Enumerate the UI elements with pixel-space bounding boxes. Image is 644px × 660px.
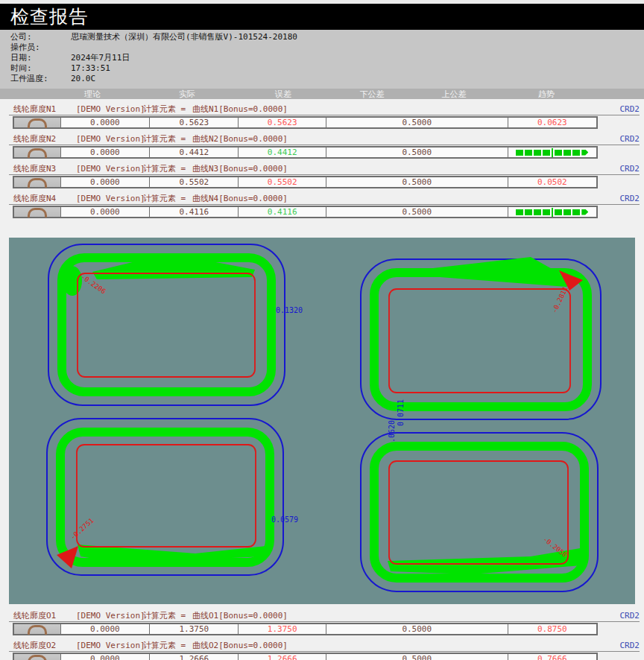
time-label: 时间: [0, 63, 71, 74]
measurement-block-n3: 线轮廓度N3 [DEMO Version] 计算元素 = 曲线N3[Bonus=… [0, 164, 644, 188]
tolerance-value: 0.5000 [326, 118, 508, 127]
measurement-value-row: 0.0000 0.5502 0.5502 0.5000 0.0502 [13, 176, 598, 188]
icon-cell [14, 147, 61, 157]
column-error: 误差 [275, 89, 291, 99]
trend-cell [508, 147, 596, 157]
demo-version-tag: [DEMO Version] [76, 134, 145, 144]
icon-cell [14, 177, 61, 187]
measurement-label-row: 线轮廓度N4 [DEMO Version] 计算元素 = 曲线N4[Bonus=… [9, 194, 640, 205]
trend-bar-graph [516, 148, 588, 157]
line-profile-icon [28, 118, 47, 128]
operator-label: 操作员: [0, 42, 71, 53]
deviation-label: -0.2811 [551, 285, 569, 314]
company-value: 思瑞测量技术（深圳）有限公司(非销售版V)-101524-20180 [71, 32, 297, 42]
icon-cell [14, 207, 61, 217]
temperature-value: 20.0C [71, 74, 95, 84]
crd-tag: CRD2 [620, 611, 640, 621]
calc-element-label: 计算元素 = [143, 104, 186, 114]
range-label: 0.0711 [397, 399, 405, 426]
tolerance-value: 0.5000 [326, 654, 508, 660]
demo-version-tag: [DEMO Version] [76, 164, 145, 174]
calc-element-label: 计算元素 = [143, 641, 186, 650]
actual-value: 0.4412 [150, 147, 239, 157]
element-name: 曲线N3[Bonus=0.0000] [192, 164, 288, 174]
report-title: 检查报告 [0, 4, 88, 29]
error-value: 0.5502 [239, 177, 326, 187]
actual-value: 1.3750 [150, 624, 239, 634]
line-profile-icon [28, 625, 47, 635]
error-value: 1.2666 [239, 654, 326, 660]
element-name: 曲线N2[Bonus=0.0000] [192, 134, 288, 144]
element-name: 曲线O1[Bonus=0.0000] [192, 611, 288, 621]
theory-value: 0.0000 [61, 207, 150, 217]
trend-cell: 0.0502 [508, 177, 596, 187]
feature-name: 线轮廓度N1 [13, 104, 56, 114]
actual-value: 0.5502 [150, 177, 239, 187]
column-upper-tol: 上公差 [442, 89, 467, 99]
line-profile-icon [28, 655, 47, 660]
column-actual: 实际 [179, 89, 195, 99]
element-name: 曲线N1[Bonus=0.0000] [192, 104, 288, 114]
icon-cell [14, 118, 61, 127]
error-value: 0.4116 [239, 207, 326, 217]
profile-graphics-panel: -0.2206 0.1320 -0.2811 0.0711 0.0620 -0.… [9, 238, 635, 604]
element-name: 曲线N4[Bonus=0.0000] [192, 194, 288, 203]
crd-tag: CRD2 [620, 104, 640, 114]
crd-tag: CRD2 [620, 164, 640, 174]
profile-plot-top-left: -0.2206 0.1320 [48, 244, 303, 405]
tolerance-value: 0.5000 [326, 207, 508, 217]
company-label: 公司: [0, 32, 71, 42]
line-profile-icon [28, 148, 47, 158]
demo-version-tag: [DEMO Version] [76, 194, 145, 203]
deviation-label: -0.2751 [69, 517, 95, 542]
column-trend: 趋势 [538, 89, 555, 99]
demo-version-tag: [DEMO Version] [76, 611, 145, 621]
profile-plot-top-right: -0.2811 0.0711 0.0620 [361, 257, 601, 447]
theory-value: 0.0000 [61, 624, 150, 634]
error-value: 0.5623 [239, 118, 326, 127]
info-row-date: 日期:2024年7月11日 [0, 53, 644, 63]
measurement-value-row: 0.0000 0.4116 0.4116 0.5000 [13, 206, 598, 218]
demo-version-tag: [DEMO Version] [76, 641, 145, 650]
info-row-temperature: 工件温度:20.0C [0, 74, 644, 84]
calc-element-label: 计算元素 = [143, 134, 186, 144]
feature-name: 线轮廓度N3 [13, 164, 56, 174]
info-row-time: 时间:17:33:51 [0, 63, 644, 74]
date-label: 日期: [0, 53, 71, 63]
tolerance-value: 0.5000 [326, 177, 508, 187]
range-label: 0.0579 [271, 515, 298, 524]
measurement-label-row: 线轮廓度O2 [DEMO Version] 计算元素 = 曲线O2[Bonus=… [9, 641, 640, 652]
theory-value: 0.0000 [61, 118, 150, 127]
measurement-label-row: 线轮廓度N2 [DEMO Version] 计算元素 = 曲线N2[Bonus=… [9, 134, 640, 145]
profile-plot-bottom-left: -0.2751 0.0579 [47, 419, 298, 575]
theory-value: 0.0000 [61, 147, 150, 157]
theory-value: 0.0000 [61, 654, 150, 660]
measurement-value-row: 0.0000 1.2666 1.2666 0.5000 0.7666 [13, 653, 598, 660]
theory-value: 0.0000 [61, 177, 150, 187]
actual-value: 0.4116 [150, 207, 239, 217]
crd-tag: CRD2 [620, 134, 640, 144]
table-column-header: 理论 实际 误差 下公差 上公差 趋势 [0, 89, 644, 99]
measurement-label-row: 线轮廓度N3 [DEMO Version] 计算元素 = 曲线N3[Bonus=… [9, 164, 640, 175]
measurement-block-n4: 线轮廓度N4 [DEMO Version] 计算元素 = 曲线N4[Bonus=… [0, 194, 644, 218]
icon-cell [14, 654, 61, 660]
icon-cell [14, 624, 61, 634]
measurement-block-o1: 线轮廓度O1 [DEMO Version] 计算元素 = 曲线O1[Bonus=… [0, 611, 644, 635]
report-info-section: 公司:思瑞测量技术（深圳）有限公司(非销售版V)-101524-20180 操作… [0, 30, 644, 89]
info-row-company: 公司:思瑞测量技术（深圳）有限公司(非销售版V)-101524-20180 [0, 32, 644, 42]
calc-element-label: 计算元素 = [143, 611, 186, 621]
tolerance-value: 0.5000 [326, 147, 508, 157]
feature-name: 线轮廓度N2 [13, 134, 56, 144]
crd-tag: CRD2 [620, 194, 640, 203]
trend-cell: 0.7666 [508, 654, 596, 660]
measurement-value-row: 0.0000 0.5623 0.5623 0.5000 0.0623 [13, 116, 598, 129]
profile-plot-bottom-right: -0.2058 [361, 433, 598, 591]
crd-tag: CRD2 [620, 641, 640, 650]
date-value: 2024年7月11日 [71, 53, 130, 63]
report-title-bar: 检查报告 [0, 4, 644, 30]
line-profile-icon [28, 208, 47, 218]
trend-cell: 0.8750 [508, 624, 596, 634]
trend-cell: 0.0623 [508, 118, 596, 127]
feature-name: 线轮廓度N4 [13, 194, 56, 203]
measurement-value-row: 0.0000 1.3750 1.3750 0.5000 0.8750 [13, 623, 598, 635]
